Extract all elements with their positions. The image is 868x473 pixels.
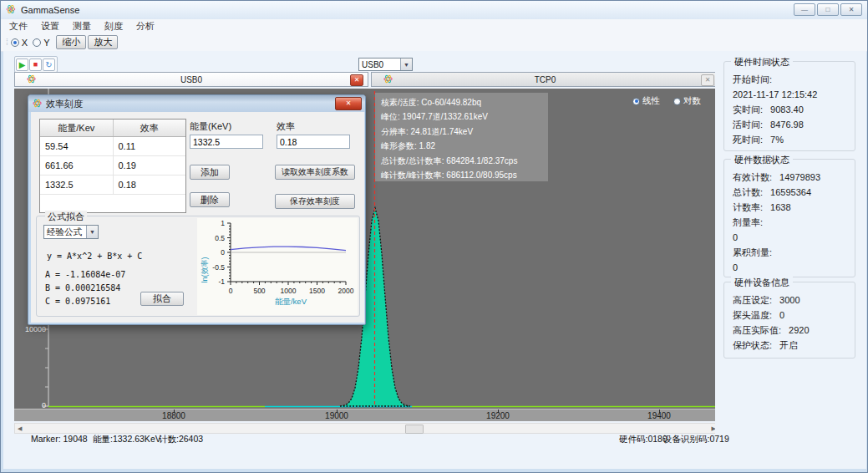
add-button[interactable]: 添加 xyxy=(190,165,230,180)
hardware-sidebar: 硬件时间状态 开始时间: 2021-11-17 12:15:42 实时间:908… xyxy=(715,51,866,469)
maximize-button[interactable]: □ xyxy=(817,3,839,16)
row-value: 3000 xyxy=(779,295,799,305)
y-axis-label-10000: 10000 xyxy=(14,325,46,333)
statusbar: Marker: 19048 能量:1332.63KeV 计数:26403 硬件码… xyxy=(3,431,866,446)
menu-measure[interactable]: 测量 xyxy=(73,20,91,33)
time-status-title: 硬件时间状态 xyxy=(731,56,793,69)
svg-text:1500: 1500 xyxy=(309,287,325,295)
x-axis-label: 19000 xyxy=(325,411,348,420)
svg-text:500: 500 xyxy=(253,287,265,295)
minimize-button[interactable]: — xyxy=(794,3,815,16)
fit-formula: y = A*x^2 + B*x + C xyxy=(47,252,142,261)
efficiency-input[interactable] xyxy=(277,135,350,149)
linear-radio[interactable] xyxy=(632,98,640,105)
data-status-title: 硬件数据状态 xyxy=(731,154,793,166)
row-label: 保护状态: xyxy=(733,339,772,352)
acquisition-toolbar: ▶ ■ ↻ xyxy=(14,56,58,73)
row-label: 死时间: xyxy=(733,134,763,146)
dialog-close-icon[interactable]: ✕ xyxy=(335,97,362,110)
cell-energy: 661.66 xyxy=(40,156,114,175)
menu-file[interactable]: 文件 xyxy=(9,20,28,33)
fit-chart-ylabel: ln(效率) xyxy=(201,257,209,282)
row-label: 累积剂量: xyxy=(733,247,772,259)
row-value: 1638 xyxy=(770,202,790,212)
table-row[interactable]: 661.66 0.19 xyxy=(40,156,185,175)
efficiency-field-label: 效率 xyxy=(277,120,295,133)
start-button[interactable]: ▶ xyxy=(16,58,28,71)
row-value: 0 xyxy=(779,310,784,320)
row-label: 探头温度: xyxy=(733,309,772,322)
dialog-body: 能量/Kev 效率 59.54 0.11 661.66 0.19 1332.5 … xyxy=(31,112,364,323)
menu-settings[interactable]: 设置 xyxy=(41,20,59,33)
titlebar: GammaSense — □ ✕ xyxy=(1,1,867,19)
menu-calibration[interactable]: 刻度 xyxy=(104,20,123,33)
svg-text:1000: 1000 xyxy=(281,287,297,295)
calibration-table[interactable]: 能量/Kev 效率 59.54 0.11 661.66 0.19 1332.5 … xyxy=(39,119,186,213)
row-label: 计数率: xyxy=(733,201,763,214)
energy-input[interactable] xyxy=(190,135,263,149)
axis-x-radio[interactable] xyxy=(11,38,19,47)
device-combobox[interactable]: USB0 ▼ xyxy=(358,58,413,71)
info-peak-position: 峰位: 19047.7道/1332.61keV xyxy=(381,109,548,124)
read-coefficients-button[interactable]: 读取效率刻度系数 xyxy=(275,165,355,180)
row-value: 开启 xyxy=(779,339,798,352)
stop-button[interactable]: ■ xyxy=(29,58,42,71)
cell-efficiency: 0.11 xyxy=(114,137,186,155)
x-axis-label: 18800 xyxy=(162,411,185,420)
axis-y-radio[interactable] xyxy=(33,38,41,47)
fit-group-title: 公式拟合 xyxy=(45,211,87,223)
zoom-out-button[interactable]: 缩小 xyxy=(56,35,86,49)
svg-text:-0.5: -0.5 xyxy=(212,263,225,272)
efficiency-fit-chart: ln(效率) 1 0.5 0 -0.5 -1 xyxy=(197,218,358,315)
formula-combobox[interactable]: 经验公式 ▼ xyxy=(43,225,99,239)
menu-analysis[interactable]: 分析 xyxy=(136,20,155,33)
device-info-group: 硬件设备信息 高压设定:3000 探头温度:0 高压实际值:2920 保护状态:… xyxy=(723,282,855,359)
axis-y-label: Y xyxy=(43,38,49,48)
table-row[interactable]: 1332.5 0.18 xyxy=(40,175,185,195)
fit-chart-xlabel: 能量/keV xyxy=(275,297,307,306)
play-icon: ▶ xyxy=(19,60,26,69)
refresh-button[interactable]: ↻ xyxy=(43,58,55,71)
fit-button[interactable]: 拟合 xyxy=(140,292,184,306)
cell-efficiency: 0.18 xyxy=(114,175,186,194)
tab-usb0-label: USB0 xyxy=(15,75,368,84)
info-resolution: 分辨率: 24.81道/1.74keV xyxy=(381,125,548,139)
zoom-in-button[interactable]: 放大 xyxy=(88,35,118,49)
row-label: 0 xyxy=(733,232,738,242)
log-radio[interactable] xyxy=(673,98,681,105)
delete-button[interactable]: 删除 xyxy=(190,192,230,207)
svg-text:0: 0 xyxy=(229,287,233,295)
row-label: 总计数: xyxy=(733,186,763,199)
dialog-titlebar[interactable]: 效率刻度 ✕ xyxy=(28,95,365,112)
coef-c: C = 0.0975161 xyxy=(45,297,110,306)
axis-x-label: X xyxy=(22,38,28,48)
tab-tcp0-close-icon[interactable]: ✕ xyxy=(701,74,714,86)
x-axis-label: 19200 xyxy=(486,411,510,420)
close-button[interactable]: ✕ xyxy=(840,3,862,16)
row-value: 16595364 xyxy=(770,187,811,197)
tab-tcp0[interactable]: TCP0 ✕ xyxy=(371,72,719,87)
info-total-counts: 总计数/总计数率: 684284.1/82.37cps xyxy=(381,154,548,168)
row-value: 8476.98 xyxy=(770,120,804,130)
row-label: 开始时间: xyxy=(733,74,772,86)
row-label: 2021-11-17 12:15:42 xyxy=(733,89,817,99)
formula-fit-group: 公式拟合 经验公式 ▼ y = A*x^2 + B*x + C A = -1.1… xyxy=(36,216,360,317)
col-efficiency: 效率 xyxy=(114,120,186,136)
device-info-title: 硬件设备信息 xyxy=(731,277,793,289)
svg-text:0.5: 0.5 xyxy=(215,234,225,242)
row-label: 高压设定: xyxy=(733,294,772,307)
efficiency-calibration-dialog: 效率刻度 ✕ 能量/Kev 效率 59.54 0.11 661.66 0.19 … xyxy=(28,94,366,325)
svg-text:-1: -1 xyxy=(218,277,225,286)
status-marker: Marker: 19048 xyxy=(31,434,88,444)
row-label: 剂量率: xyxy=(733,216,763,229)
chevron-down-icon: ▼ xyxy=(86,226,98,238)
chevron-down-icon: ▼ xyxy=(400,58,412,70)
menubar: 文件 设置 测量 刻度 分析 xyxy=(1,19,868,34)
tab-usb0[interactable]: USB0 ✕ xyxy=(14,72,368,87)
svg-text:0: 0 xyxy=(221,248,225,257)
tab-usb0-close-icon[interactable]: ✕ xyxy=(350,74,363,86)
table-row[interactable]: 59.54 0.11 xyxy=(40,137,185,156)
save-calibration-button[interactable]: 保存效率刻度 xyxy=(275,194,355,209)
status-dev-code: 设备识别码:0719 xyxy=(663,434,729,445)
row-value: 14979893 xyxy=(779,172,820,182)
